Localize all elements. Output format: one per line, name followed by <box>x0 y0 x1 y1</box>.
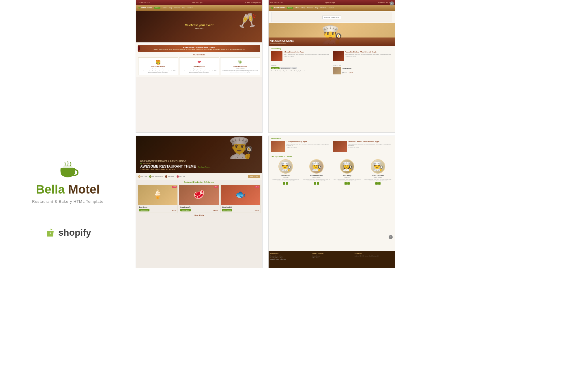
ss-bl-sea-icon: 🐟 <box>221 185 260 199</box>
ss-tl-nav-features[interactable]: Features <box>174 7 180 9</box>
ss-bl-cook-dot: 🍳 <box>138 175 141 178</box>
ss-tr-nav-shortcuts[interactable]: Shortcuts <box>320 7 326 9</box>
ss-tr-blog-content-1: A Thought about being Vegan Nunc a biben… <box>284 51 331 61</box>
ss-br-footer-booking-info: 12pm - 2pm <box>312 257 351 259</box>
ss-br-chef-1: 👨‍🍳 Ronald David Chef/Lead Nunc a bibend… <box>271 159 301 185</box>
ss-br-chef-3-tw-icon[interactable] <box>347 182 350 185</box>
ss-br-blog-thumb-1 <box>271 141 285 152</box>
ss-bl-purchase-link[interactable]: Purchase Theme <box>198 166 209 168</box>
ss-tl-hero-image: 🥂 <box>239 12 256 29</box>
ss-tr-welcome-title: WELCOME EVERYBODY <box>270 40 294 42</box>
ss-bl-tuna-price: $15.00 <box>172 209 176 211</box>
ss-tr-today-item: 3 Classemate $30.00 $10.00 <box>333 67 393 74</box>
ss-br-footer-contact-title: Contact Us <box>355 252 393 254</box>
svg-rect-1 <box>50 232 51 234</box>
screenshot-top-left[interactable]: Call: 888-634-3210 Sign In or Login 25 I… <box>136 0 263 133</box>
ss-tl-cards: 🍔 Awesome Dishes Special menu everyday L… <box>138 57 260 75</box>
brand-name: Bella Motel <box>36 183 100 196</box>
ss-tr-tab-club[interactable]: Club Events <box>271 67 280 69</box>
ss-br-chef-1-fb-icon[interactable] <box>283 182 285 185</box>
ss-tr-nav-shop[interactable]: Shop <box>302 7 305 9</box>
ss-br-chef-4-text: Nunc a bibendum odio. Nunc fermentum eli… <box>363 179 393 181</box>
ss-bl-prawn-select-btn[interactable]: Select Options <box>180 209 191 211</box>
ss-tl-card-dishes-sub: Special menu everyday <box>140 68 177 70</box>
screenshot-bottom-right[interactable]: Recent Blog A Thought about being Vegan … <box>268 136 395 268</box>
ss-tl-hero-title: Celebrate your event <box>185 24 214 27</box>
ss-tr-nav-blog[interactable]: Blog <box>315 7 318 9</box>
ss-br-chef-2-tw-icon[interactable] <box>317 182 319 185</box>
ss-tl-card-hospitality: 🍽 Good Hospitality Trained Personas Lore… <box>220 57 260 75</box>
ss-br-chef-2-role: Master Student <box>302 177 332 178</box>
ss-tl-card-healthy-title: Healthy Food <box>181 66 218 67</box>
ss-br-chef-2-img: 👨‍🍳 <box>310 160 323 171</box>
ss-tl-header: Call: 888-634-3210 Sign In or Login 25 I… <box>136 0 262 5</box>
ss-br-chef-4-social <box>363 182 393 185</box>
ss-tl-nav-shop[interactable]: Shop <box>169 7 172 9</box>
ss-bl-tuna-name: Tuna Chops <box>139 206 176 208</box>
ss-tr-welcome-badge: Welcome to Bella Motel <box>322 16 341 19</box>
ss-tl-card-hospitality-text: Lorem ipsum has been the industry's dumm… <box>222 70 259 73</box>
ss-tr-phone: Call: 888-634-3210 <box>270 2 283 3</box>
ss-tr-nav-home[interactable]: Home <box>287 7 293 9</box>
ss-tr-welcome-wrap: Welcome to Bella Motel <box>270 12 393 22</box>
ss-br-close-button[interactable]: ✕ <box>389 235 393 239</box>
ss-tl-nav-home[interactable]: Home <box>154 7 160 9</box>
sea-fish-label: Sea Fish <box>136 213 262 218</box>
left-panel: Bella Motel Restaurant & Bakery HTML Tem… <box>0 0 136 392</box>
ss-br-chef-4-tw-icon[interactable] <box>378 182 381 185</box>
ss-br-chef-3-text: Nunc a bibendum odio. Nunc fermentum eli… <box>332 179 362 181</box>
ss-br-chef-2-social <box>302 182 332 185</box>
ss-br-footer-contact-address: Address: 143 / 136 Service Road, Kanivas… <box>355 255 393 257</box>
ss-bl-sub-text: Some text here. This makes an impact <box>140 168 210 170</box>
ss-tl-nav-contact[interactable]: Contact <box>188 7 192 9</box>
screenshot-top-right[interactable]: Call: 888-634-3210 Sign In or Login 25 I… <box>268 0 395 133</box>
ss-br-blog-post-1-title: A Thought about being Vegan <box>286 141 331 143</box>
ss-br-chef-4-avatar: 👨‍🍳 <box>371 159 385 174</box>
ss-tl-nav: 🌿 Bella Motel Home Menu Shop Features Bl… <box>136 5 262 11</box>
ss-br-chef-3-fb-icon[interactable] <box>344 182 347 185</box>
ss-tr-blog-post-2-text: Nunc a bibendum odio. Nunc fermentum eli… <box>345 54 393 55</box>
ss-br-chefs-title: Our Top Chefs - 4 Column <box>271 156 393 157</box>
ss-tl-hero-sub: with Bella's <box>185 28 214 29</box>
ss-tr-blog-row: A Thought about being Vegan Nunc a biben… <box>271 51 393 61</box>
ss-br-recent-blog: Recent Blog A Thought about being Vegan … <box>269 136 395 154</box>
ss-bl-product-sea: 🐟 SALE Sliced Sea Fish Select Options $1… <box>220 185 261 213</box>
ss-bl-prawn-info: Deep Prawn Fry Select Options $23.00 <box>179 205 219 213</box>
ss-br-blog-row: A Thought about being Vegan Nunc a biben… <box>271 141 393 152</box>
ss-tl-nav-blog[interactable]: Blog <box>182 7 185 9</box>
ss-tr-blog-item-1: A Thought about being Vegan Nunc a biben… <box>271 51 331 61</box>
ss-tr-nav-contact[interactable]: Contact <box>329 7 334 9</box>
ss-tr-tab-parties[interactable]: Parties <box>291 67 297 69</box>
ss-tr-services-title: Services <box>271 65 331 66</box>
ss-bl-brand-mini: 🌿 Bella Motel <box>140 162 151 164</box>
shopify-icon <box>44 227 56 238</box>
logo-icon <box>55 154 81 180</box>
ss-tl-nav-menu[interactable]: Menu <box>163 7 166 9</box>
ss-bl-tuna-select-btn[interactable]: Select Options <box>139 209 149 211</box>
ss-tr-today-title: Today's Offer <box>333 65 393 66</box>
ss-bl-chef-figure: 👨‍🍳 <box>229 136 254 160</box>
ss-tr-tab-wedding[interactable]: Wedding Orders <box>280 67 291 69</box>
ss-bl-product-prawn-img: 🥩 HOT <box>179 185 219 205</box>
screenshot-bottom-left[interactable]: 👨‍🍳 Best cooked restaurant & bakery them… <box>136 136 263 268</box>
ss-br-chef-4-fb-icon[interactable] <box>375 182 378 185</box>
ss-br-chef-2-fb-icon[interactable] <box>314 182 316 185</box>
ss-bl-sea-select-btn[interactable]: Select Options <box>222 209 232 211</box>
ss-br-blog-title: Recent Blog <box>271 138 393 139</box>
ss-br-chef-1-tw-icon[interactable] <box>286 182 288 185</box>
ss-tr-chef-img: 👨‍🍳 WELCOME EVERYBODY Most Intact Restau… <box>269 23 395 46</box>
brand-first: Bella <box>36 183 65 196</box>
ss-tl-card-healthy-icon: ❤ <box>181 59 218 65</box>
ss-bl-tuna-info: Tuna Chops Select Options $15.00 <box>138 205 177 213</box>
ss-tl-nav-brand: 🌿 Bella Motel <box>138 7 152 9</box>
shopify-area: shopify <box>44 227 91 238</box>
ss-tr-nav-features[interactable]: Features <box>307 7 313 9</box>
ss-tr-nav-menu[interactable]: Menu <box>295 7 299 9</box>
ss-br-footer-contact: Contact Us Address: 143 / 136 Service Ro… <box>353 251 395 268</box>
ss-tr-blog-item-2: Tastes like Chicken - A Test Drive with … <box>333 51 393 61</box>
ss-bl-book-button[interactable]: Book A Table <box>248 175 260 178</box>
ss-br-chef-3: 👩‍🍳 Mike Dickey Head Chef Nunc a bibendu… <box>332 159 362 185</box>
ss-tr-close-button[interactable]: ✕ <box>390 1 394 5</box>
ss-tr-today-offer: Today's Offer 3 Classemate $30.00 $10.00 <box>333 65 393 75</box>
ss-bl-product-tuna-img: 🍦 NEW <box>138 185 177 205</box>
